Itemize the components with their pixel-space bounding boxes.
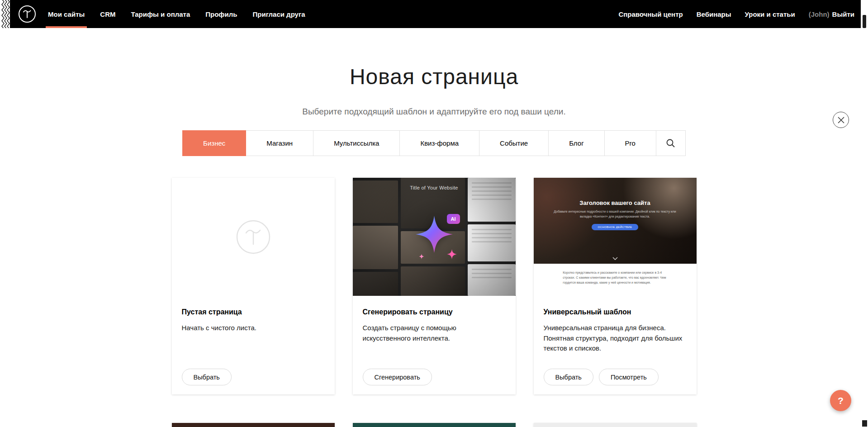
preview-heading: Заголовок вашего сайта: [579, 199, 650, 206]
select-blank-button[interactable]: Выбрать: [182, 369, 232, 385]
app-window: Мои сайты CRM Тарифы и оплата Профиль Пр…: [0, 0, 868, 427]
tab-pro[interactable]: Pro: [604, 130, 656, 156]
preview-cta-button: основное действие: [592, 224, 639, 230]
tab-business[interactable]: Бизнес: [182, 130, 246, 156]
card-description: Создать страницу с помощью искусственног…: [363, 323, 506, 343]
tab-quiz-form[interactable]: Квиз-форма: [399, 130, 479, 156]
chevron-down-icon: [612, 257, 618, 260]
nav-my-sites[interactable]: Мои сайты: [48, 0, 85, 28]
search-tab[interactable]: [656, 130, 686, 156]
nav-profile[interactable]: Профиль: [205, 0, 237, 28]
top-bar: Мои сайты CRM Тарифы и оплата Профиль Пр…: [0, 0, 868, 28]
card-title: Пустая страница: [182, 308, 325, 316]
secondary-nav: Справочный центр Вебинары Уроки и статьи…: [618, 0, 854, 28]
card-body: Сгенерировать страницу Создать страницу …: [353, 296, 516, 394]
user-area: (John) Выйти: [809, 10, 854, 18]
template-thumbnail: [353, 423, 516, 427]
select-universal-button[interactable]: Выбрать: [544, 369, 593, 385]
card-body: Пустая страница Начать с чистого листа. …: [172, 296, 335, 394]
template-thumbnail: [534, 423, 697, 427]
template-thumbnail: [172, 423, 335, 427]
ai-badge: AI: [447, 214, 460, 224]
close-button[interactable]: [833, 112, 849, 128]
nav-help-center[interactable]: Справочный центр: [618, 0, 683, 28]
user-name: (John): [809, 10, 830, 18]
template-card-blank[interactable]: Пустая страница Начать с чистого листа. …: [172, 178, 335, 394]
template-card[interactable]: [172, 423, 335, 427]
nav-webinars[interactable]: Вебинары: [697, 0, 731, 28]
preview-body: Коротко представьтесь и расскажите о ком…: [534, 264, 697, 292]
universal-thumbnail: Заголовок вашего сайта Добавьте интересн…: [534, 178, 697, 296]
nav-pricing[interactable]: Тарифы и оплата: [131, 0, 190, 28]
page-title: Новая страница: [0, 66, 868, 88]
help-button[interactable]: ?: [830, 390, 851, 411]
brand-zigzag-pattern: [0, 0, 10, 28]
tab-event[interactable]: Событие: [479, 130, 549, 156]
template-card-universal[interactable]: Заголовок вашего сайта Добавьте интересн…: [534, 178, 697, 394]
template-card-generate[interactable]: Title of Your Website: [353, 178, 516, 394]
card-title: Универсальный шаблон: [544, 308, 687, 316]
card-actions: Выбрать Посмотреть: [544, 369, 687, 385]
search-icon: [666, 138, 675, 148]
scrollbar-track[interactable]: [861, 0, 868, 427]
nav-invite-friend[interactable]: Пригласи друга: [252, 0, 305, 28]
card-description: Универсальная страница для бизнеса. Поня…: [544, 323, 687, 354]
card-actions: Выбрать: [182, 369, 325, 385]
primary-nav: Мои сайты CRM Тарифы и оплата Профиль Пр…: [48, 0, 305, 28]
scrollbar-thumb[interactable]: [863, 15, 866, 28]
preview-hero: Заголовок вашего сайта Добавьте интересн…: [534, 178, 697, 264]
generate-button[interactable]: Сгенерировать: [363, 369, 432, 385]
card-title: Сгенерировать страницу: [363, 308, 506, 316]
tab-multilink[interactable]: Мультиссылка: [313, 130, 400, 156]
template-card[interactable]: [534, 423, 697, 427]
blank-thumbnail: [172, 178, 335, 296]
card-actions: Сгенерировать: [363, 369, 506, 385]
card-body: Универсальный шаблон Универсальная стран…: [534, 296, 697, 394]
template-category-tabs: Бизнес Магазин Мультиссылка Квиз-форма С…: [0, 130, 868, 156]
preview-universal-button[interactable]: Посмотреть: [599, 369, 659, 385]
new-page-dialog: Новая страница Выберите подходящий шабло…: [0, 66, 868, 427]
tilda-watermark-icon: [235, 219, 271, 255]
nav-lessons[interactable]: Уроки и статьи: [745, 0, 795, 28]
preview-body-text: Коротко представьтесь и расскажите о ком…: [563, 270, 667, 285]
scrollbar-down-button[interactable]: [862, 420, 867, 427]
small-sparkle-icon: [447, 249, 457, 259]
template-grid: Пустая страница Начать с чистого листа. …: [0, 178, 868, 427]
card-description: Начать с чистого листа.: [182, 323, 325, 333]
nav-crm[interactable]: CRM: [100, 0, 115, 28]
template-card[interactable]: [353, 423, 516, 427]
tiny-sparkle-icon: [419, 254, 424, 259]
close-icon: [838, 117, 844, 123]
page-subtitle: Выберите подходящий шаблон и адаптируйте…: [0, 106, 868, 118]
ai-thumbnail: Title of Your Website: [353, 178, 516, 296]
tilda-logo-icon[interactable]: [18, 5, 36, 23]
logout-link[interactable]: Выйти: [832, 10, 854, 18]
tab-store[interactable]: Магазин: [246, 130, 313, 156]
preview-subtext: Добавьте интересные подробности о вашей …: [551, 209, 678, 219]
collage-site-title: Title of Your Website: [353, 185, 516, 190]
tab-blog[interactable]: Блог: [548, 130, 604, 156]
